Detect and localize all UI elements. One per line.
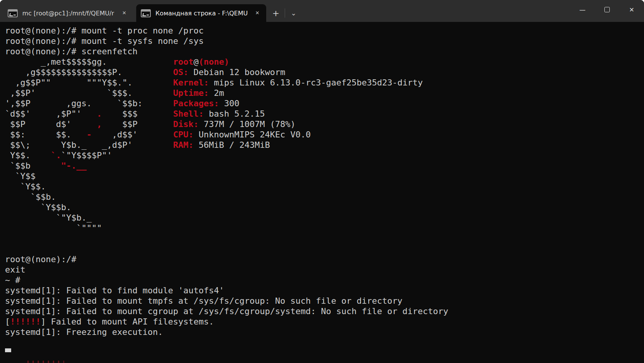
tab-close-icon[interactable]: ✕ [252, 7, 263, 19]
terminal-line: root@(none):/# mount -t sysfs none /sys [5, 36, 642, 46]
terminal-cursor [5, 348, 11, 352]
title-bar: mc [root@pc1]:/mnt/f/QEMU/r ✕ Командная … [0, 0, 644, 22]
terminal-line: ,g$$P"" """Y$$.". Kernel: mips Linux 6.1… [5, 77, 642, 88]
terminal-line [5, 348, 642, 359]
terminal-line: ,g$$$$$$$$$$$$$$$P. OS: Debian 12 bookwo… [5, 67, 642, 77]
terminal-line: `Y$$ [5, 171, 642, 181]
terminal-line: [!!!!!!] Failed to mount API filesystems… [5, 316, 642, 327]
terminal-line: $$: $$. - ,d$$' CPU: UnknownMIPS 24KEc V… [5, 129, 642, 140]
terminal-line: systemd[1]: Failed to mount cgroup at /s… [5, 306, 642, 316]
minimize-icon: — [579, 6, 586, 13]
terminal-line: `d$$' ,$P"' . $$$ Shell: bash 5.2.15 [5, 109, 642, 119]
terminal-line: `Y$$b. [5, 202, 642, 212]
cmd-prompt-icon [8, 9, 18, 17]
terminal-line: `"Y$b._ [5, 212, 642, 223]
tab-dropdown-button[interactable]: ⌄ [287, 5, 300, 21]
tab-label: Командная строка - F:\QEMU [155, 10, 252, 17]
terminal-window: mc [root@pc1]:/mnt/f/QEMU/r ✕ Командная … [0, 0, 644, 363]
close-icon: ✕ [629, 6, 634, 13]
terminal-line: Y$$. `.`"Y$$$$P"' [5, 150, 642, 161]
divider [285, 8, 285, 18]
close-button[interactable]: ✕ [619, 0, 644, 19]
tab-close-icon[interactable]: ✕ [118, 7, 130, 19]
terminal-line: ',$$P ,ggs. `$$b: Packages: 300 [5, 98, 642, 109]
terminal-line: exit [5, 264, 642, 275]
terminal-line: ~ # [5, 275, 642, 285]
window-controls: — ✕ [570, 0, 644, 19]
terminal-output[interactable]: root@(none):/# mount -t proc none /procr… [0, 22, 644, 363]
terminal-line: `"""" [5, 223, 642, 233]
terminal-line: `$$b "-.__ [5, 161, 642, 171]
terminal-line: `Y$$. [5, 181, 642, 192]
tab-label: mc [root@pc1]:/mnt/f/QEMU/r [22, 10, 118, 17]
maximize-button[interactable] [595, 0, 619, 19]
terminal-line: !!!!!!!! [5, 359, 642, 363]
terminal-line: root@(none):/# screenfetch [5, 46, 642, 57]
maximize-icon [604, 7, 610, 12]
terminal-line [5, 244, 642, 254]
terminal-line: `$$b. [5, 192, 642, 202]
tab-mc[interactable]: mc [root@pc1]:/mnt/f/QEMU/r ✕ [3, 4, 133, 22]
terminal-line: $$\; Y$b._ _,d$P' RAM: 56MiB / 243MiB [5, 140, 642, 150]
terminal-line: systemd[1]: Failed to find module 'autof… [5, 285, 642, 296]
terminal-line: systemd[1]: Failed to mount tmpfs at /sy… [5, 296, 642, 306]
terminal-line: $$P d$' , $$P Disk: 737M / 1007M (78%) [5, 119, 642, 129]
terminal-line: root@(none):/# mount -t proc none /proc [5, 25, 642, 36]
tab-cmd-qemu[interactable]: Командная строка - F:\QEMU ✕ [136, 4, 266, 22]
terminal-line: ,$$P' `$$$. Uptime: 2m [5, 88, 642, 98]
terminal-line [5, 233, 642, 244]
new-tab-button[interactable]: + [269, 5, 283, 21]
terminal-line: _,met$$$$$gg. root@(none) [5, 57, 642, 67]
chevron-down-icon: ⌄ [291, 9, 296, 17]
plus-icon: + [272, 8, 279, 18]
terminal-line [5, 337, 642, 348]
cmd-prompt-icon [141, 9, 151, 17]
terminal-line: root@(none):/# [5, 254, 642, 264]
terminal-line: systemd[1]: Freezing execution. [5, 327, 642, 337]
minimize-button[interactable]: — [570, 0, 595, 19]
